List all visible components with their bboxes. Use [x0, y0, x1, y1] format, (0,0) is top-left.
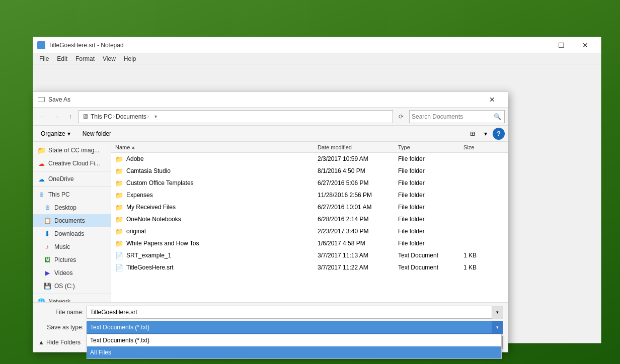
file-icon: 📁 [115, 228, 123, 235]
file-type: File folder [398, 204, 463, 211]
videos-icon: ▶ [43, 269, 51, 277]
menu-view[interactable]: View [99, 54, 120, 63]
notepad-minimize-button[interactable]: — [525, 37, 549, 53]
hide-folders-arrow-icon: ▲ [38, 339, 44, 346]
hide-folders-button[interactable]: ▲ Hide Folders [38, 339, 81, 346]
col-header-type[interactable]: Type [398, 144, 463, 150]
sidebar-item-documents[interactable]: 📋 Documents [33, 214, 111, 227]
sidebar-item-creative-cloud[interactable]: ☁ Creative Cloud Fi... [33, 157, 111, 170]
savetype-row: Save as type: Text Documents (*.txt) ▾ T… [38, 321, 503, 334]
col-header-date[interactable]: Date modified [318, 144, 398, 150]
table-row[interactable]: 📄 SRT_example_1 3/7/2017 11:13 AM Text D… [111, 249, 508, 261]
up-button[interactable]: ↑ [64, 111, 76, 123]
address-bar: 🖥 This PC › Documents › ▾ [79, 110, 393, 123]
bottom-area: File name: ▾ Save as type: Text Document… [33, 302, 508, 352]
menu-file[interactable]: File [35, 54, 53, 63]
sidebar-label-state-cc: State of CC imag... [48, 147, 99, 154]
breadcrumb-documents[interactable]: Documents [116, 113, 146, 120]
save-as-dialog: Save As ✕ ← → ↑ 🖥 This PC › Documents › … [33, 91, 508, 352]
table-row[interactable]: 📁 Camtasia Studio 8/1/2016 4:50 PM File … [111, 165, 508, 177]
savetype-select-wrapper: Text Documents (*.txt) ▾ Text Documents … [87, 321, 503, 334]
refresh-button[interactable]: ⟳ [395, 111, 407, 123]
forward-button[interactable]: → [50, 111, 62, 123]
menu-format[interactable]: Format [71, 54, 99, 63]
folder-icon: 📁 [37, 146, 45, 154]
sidebar-item-this-pc[interactable]: 🖥 This PC [33, 188, 111, 201]
table-row[interactable]: 📁 Custom Office Templates 6/27/2016 5:06… [111, 177, 508, 189]
dialog-close-button[interactable]: ✕ [481, 92, 504, 108]
sidebar-item-os-c[interactable]: 💾 OS (C:) [33, 280, 111, 293]
sidebar-separator-2 [33, 187, 111, 187]
sidebar-item-state-cc[interactable]: 📁 State of CC imag... [33, 144, 111, 157]
table-row[interactable]: 📁 original 2/23/2017 3:40 PM File folder [111, 225, 508, 237]
file-icon: 📁 [115, 155, 123, 163]
file-name-cell: 📁 Camtasia Studio [115, 167, 318, 175]
search-icon[interactable]: 🔍 [492, 112, 502, 122]
hide-folders-label: Hide Folders [46, 339, 81, 346]
dialog-title: Save As [48, 96, 481, 103]
file-name-cell: 📁 original [115, 228, 318, 235]
table-row[interactable]: 📁 White Papers and How Tos 1/6/2017 4:58… [111, 237, 508, 249]
table-row[interactable]: 📄 TitleGoesHere.srt 3/7/2017 11:22 AM Te… [111, 261, 508, 274]
filename-input-wrapper: ▾ [87, 306, 503, 319]
notepad-close-button[interactable]: ✕ [574, 37, 597, 53]
onedrive-icon: ☁ [37, 175, 45, 183]
sidebar-item-network[interactable]: 🌐 Network [33, 295, 111, 302]
file-name-text: Adobe [126, 155, 144, 162]
sidebar-item-videos[interactable]: ▶ Videos [33, 266, 111, 280]
organize-button[interactable]: Organize ▾ [36, 128, 75, 140]
filename-dropdown-button[interactable]: ▾ [492, 306, 503, 319]
sidebar-item-music[interactable]: ♪ Music [33, 240, 111, 253]
file-name-cell: 📁 Expenses [115, 192, 318, 199]
sidebar-item-downloads[interactable]: ⬇ Downloads [33, 227, 111, 240]
col-header-name[interactable]: Name ▲ [115, 144, 318, 150]
file-type: File folder [398, 216, 463, 223]
savetype-option-all[interactable]: All Files [87, 346, 501, 358]
sidebar-label-documents: Documents [54, 217, 85, 224]
file-type: File folder [398, 228, 463, 235]
file-icon: 📁 [115, 216, 123, 223]
back-button[interactable]: ← [36, 111, 48, 123]
sidebar-item-pictures[interactable]: 🖼 Pictures [33, 253, 111, 266]
new-folder-button[interactable]: New folder [78, 128, 116, 140]
table-row[interactable]: 📁 Expenses 11/28/2016 2:56 PM File folde… [111, 189, 508, 201]
breadcrumb-this-pc[interactable]: This PC [91, 113, 112, 120]
menu-help[interactable]: Help [120, 54, 140, 63]
file-date: 3/7/2017 11:22 AM [318, 264, 398, 271]
file-type: File folder [398, 155, 463, 162]
filename-label: File name: [38, 309, 84, 316]
hide-folders-row: ▲ Hide Folders [38, 338, 81, 347]
table-row[interactable]: 📁 My Received Files 6/27/2016 10:01 AM F… [111, 201, 508, 213]
sort-arrow-name: ▲ [131, 145, 135, 150]
file-date: 11/28/2016 2:56 PM [318, 192, 398, 199]
file-list: Name ▲ Date modified Type Size � [111, 142, 508, 302]
file-date: 1/6/2017 4:58 PM [318, 240, 398, 247]
view-grid-button[interactable]: ⊞ [467, 128, 479, 140]
table-row[interactable]: 📁 Adobe 2/3/2017 10:59 AM File folder [111, 153, 508, 165]
drive-icon: 💾 [43, 282, 51, 290]
view-controls: ⊞ ▾ ? [467, 128, 505, 140]
file-date: 6/27/2016 10:01 AM [318, 204, 398, 211]
notepad-controls: — ☐ ✕ [525, 37, 597, 53]
file-date: 3/7/2017 11:13 AM [318, 252, 398, 259]
notepad-maximize-button[interactable]: ☐ [550, 37, 573, 53]
file-name-text: original [126, 228, 146, 235]
help-button[interactable]: ? [493, 128, 505, 140]
savetype-display[interactable]: Text Documents (*.txt) [87, 321, 503, 334]
view-dropdown-button[interactable]: ▾ [480, 128, 492, 140]
notepad-menubar: File Edit Format View Help [33, 53, 601, 64]
sidebar-item-onedrive[interactable]: ☁ OneDrive [33, 172, 111, 186]
col-header-size[interactable]: Size [463, 144, 504, 150]
organize-label: Organize [41, 130, 65, 137]
file-name-text: Custom Office Templates [126, 179, 194, 187]
sidebar-item-desktop[interactable]: 🖥 Desktop [33, 201, 111, 214]
address-dropdown-button[interactable]: ▾ [151, 114, 160, 119]
menu-edit[interactable]: Edit [53, 54, 71, 63]
file-name-text: OneNote Notebooks [126, 216, 181, 223]
file-type: File folder [398, 179, 463, 187]
savetype-option-txt[interactable]: Text Documents (*.txt) [87, 334, 501, 346]
search-input[interactable] [412, 113, 492, 120]
filename-input[interactable] [87, 306, 503, 319]
table-row[interactable]: 📁 OneNote Notebooks 6/28/2016 2:14 PM Fi… [111, 213, 508, 225]
file-name-cell: 📁 OneNote Notebooks [115, 216, 318, 223]
